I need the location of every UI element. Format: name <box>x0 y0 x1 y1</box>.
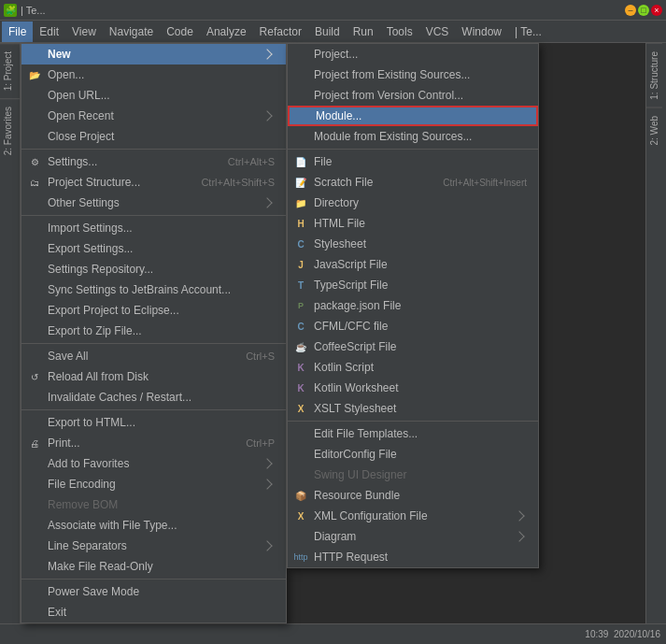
menu-file[interactable]: File <box>2 21 33 42</box>
kotlin-worksheet-icon: K <box>293 380 308 395</box>
menu-misc[interactable]: | Te... <box>508 21 548 42</box>
new-module[interactable]: Module... <box>288 106 538 126</box>
menu-item-save-all[interactable]: Save All Ctrl+S <box>21 346 286 366</box>
new-coffeescript[interactable]: ☕ CoffeeScript File <box>288 336 538 357</box>
xml-icon: X <box>293 508 308 523</box>
sidebar-left: 1: Project 2: Favorites <box>0 43 21 623</box>
sidebar-tab-project[interactable]: 1: Project <box>0 43 20 98</box>
menu-code[interactable]: Code <box>160 21 200 42</box>
html-icon: H <box>293 216 308 231</box>
separator <box>21 343 286 344</box>
editorconfig[interactable]: EditorConfig File <box>288 444 538 465</box>
js-icon: J <box>293 257 308 272</box>
separator <box>21 579 286 580</box>
minimize-button[interactable]: – <box>625 5 636 16</box>
new-packagejson[interactable]: P package.json File <box>288 295 538 316</box>
menu-refactor[interactable]: Refactor <box>253 21 308 42</box>
menu-item-invalidate[interactable]: Invalidate Caches / Restart... <box>21 387 286 408</box>
menu-item-settings-repo[interactable]: Settings Repository... <box>21 259 286 279</box>
new-xml-config[interactable]: X XML Configuration File <box>288 506 538 526</box>
new-typescript[interactable]: T TypeScript File <box>288 275 538 295</box>
separator <box>288 149 538 150</box>
menu-edit[interactable]: Edit <box>33 21 65 42</box>
new-file[interactable]: 📄 File <box>288 151 538 172</box>
print-icon: 🖨 <box>27 436 42 451</box>
submenu-arrow <box>262 197 272 208</box>
reload-icon: ↺ <box>27 369 42 384</box>
xslt-icon: X <box>293 401 308 416</box>
menu-item-open-url[interactable]: Open URL... <box>21 85 286 106</box>
menu-item-add-favorites[interactable]: Add to Favorites <box>21 453 286 474</box>
menu-item-file-encoding[interactable]: File Encoding <box>21 474 286 494</box>
title-bar: 🧩 | Te... – □ × <box>0 0 666 21</box>
menu-item-export-zip[interactable]: Export to Zip File... <box>21 321 286 341</box>
menu-run[interactable]: Run <box>347 21 380 42</box>
menu-item-export-eclipse[interactable]: Export Project to Eclipse... <box>21 300 286 321</box>
new-xslt[interactable]: X XSLT Stylesheet <box>288 398 538 419</box>
menu-item-open[interactable]: 📂 Open... <box>21 64 286 85</box>
close-button[interactable]: × <box>651 5 662 16</box>
new-project-vcs[interactable]: Project from Version Control... <box>288 85 538 106</box>
settings-icon: ⚙ <box>27 154 42 169</box>
maximize-button[interactable]: □ <box>638 5 649 16</box>
menu-item-sync[interactable]: Sync Settings to JetBrains Account... <box>21 279 286 300</box>
menu-build[interactable]: Build <box>308 21 347 42</box>
new-stylesheet[interactable]: C Stylesheet <box>288 234 538 254</box>
file-menu-dropdown: New 📂 Open... Open URL... Open Recent Cl… <box>21 43 287 623</box>
file-icon: 📄 <box>293 154 308 169</box>
sidebar-tab-favorites[interactable]: 2: Favorites <box>0 98 20 163</box>
menu-item-power-save[interactable]: Power Save Mode <box>21 581 286 602</box>
pkg-icon: P <box>293 298 308 313</box>
menu-item-reload[interactable]: ↺ Reload All from Disk <box>21 366 286 387</box>
new-module-existing[interactable]: Module from Existing Sources... <box>288 126 538 147</box>
new-diagram[interactable]: Diagram <box>288 526 538 547</box>
new-project[interactable]: Project... <box>288 44 538 64</box>
status-bar: 10:39 2020/10/16 <box>0 623 666 644</box>
submenu-arrow <box>262 458 272 468</box>
new-html[interactable]: H HTML File <box>288 213 538 234</box>
menu-item-exit[interactable]: Exit <box>21 602 286 623</box>
kotlin-icon: K <box>293 360 308 375</box>
menu-item-project-structure[interactable]: 🗂 Project Structure... Ctrl+Alt+Shift+S <box>21 172 286 193</box>
title-text: | Te... <box>21 5 625 16</box>
menu-item-new[interactable]: New <box>21 44 286 64</box>
menu-item-line-sep[interactable]: Line Separators <box>21 536 286 556</box>
submenu-arrow <box>514 510 524 521</box>
menu-item-close-project[interactable]: Close Project <box>21 126 286 147</box>
new-directory[interactable]: 📁 Directory <box>288 193 538 213</box>
menu-item-open-recent[interactable]: Open Recent <box>21 106 286 126</box>
sidebar-tab-structure[interactable]: 1: Structure <box>646 43 662 107</box>
submenu-arrow <box>262 540 272 551</box>
ts-icon: T <box>293 278 308 293</box>
new-http-request[interactable]: http HTTP Request <box>288 547 538 567</box>
menu-analyze[interactable]: Analyze <box>200 21 253 42</box>
menu-item-settings[interactable]: ⚙ Settings... Ctrl+Alt+S <box>21 151 286 172</box>
new-javascript[interactable]: J JavaScript File <box>288 254 538 275</box>
menu-item-associate[interactable]: Associate with File Type... <box>21 515 286 536</box>
menu-item-print[interactable]: 🖨 Print... Ctrl+P <box>21 433 286 453</box>
menu-tools[interactable]: Tools <box>380 21 419 42</box>
menu-vcs[interactable]: VCS <box>419 21 456 42</box>
menu-item-remove-bom: Remove BOM <box>21 494 286 515</box>
menu-item-export-settings[interactable]: Export Settings... <box>21 238 286 259</box>
menu-item-other-settings[interactable]: Other Settings <box>21 193 286 213</box>
new-submenu: Project... Project from Existing Sources… <box>287 43 539 568</box>
menu-view[interactable]: View <box>65 21 103 42</box>
new-project-existing[interactable]: Project from Existing Sources... <box>288 64 538 85</box>
sidebar-right: 1: Structure 2: Web <box>645 43 666 623</box>
new-resource-bundle[interactable]: 📦 Resource Bundle <box>288 485 538 506</box>
menu-item-make-readonly[interactable]: Make File Read-Only <box>21 556 286 577</box>
resource-icon: 📦 <box>293 488 308 503</box>
menu-bar: File Edit View Navigate Code Analyze Ref… <box>0 21 666 43</box>
menu-item-export-html[interactable]: Export to HTML... <box>21 412 286 433</box>
new-scratch[interactable]: 📝 Scratch File Ctrl+Alt+Shift+Insert <box>288 172 538 193</box>
edit-templates[interactable]: Edit File Templates... <box>288 423 538 444</box>
scratch-icon: 📝 <box>293 175 308 190</box>
new-kotlin-worksheet[interactable]: K Kotlin Worksheet <box>288 378 538 398</box>
menu-item-import-settings[interactable]: Import Settings... <box>21 218 286 238</box>
new-cfml[interactable]: C CFML/CFC file <box>288 316 538 336</box>
menu-navigate[interactable]: Navigate <box>103 21 160 42</box>
menu-window[interactable]: Window <box>455 21 508 42</box>
new-kotlin-script[interactable]: K Kotlin Script <box>288 357 538 378</box>
sidebar-tab-web[interactable]: 2: Web <box>646 107 662 153</box>
